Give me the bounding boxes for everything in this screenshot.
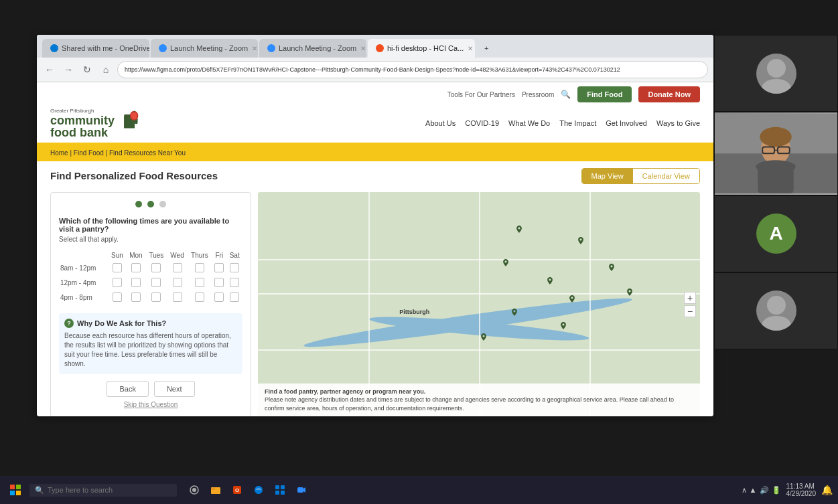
zoom-out-button[interactable]: − <box>684 305 696 317</box>
address-bar[interactable]: https://www.figma.com/proto/D6fl5X7EFr97… <box>117 61 708 78</box>
col-mon: Mon <box>126 250 145 261</box>
notification-icon[interactable]: 🔔 <box>821 485 833 495</box>
tab-close-icon[interactable]: ✕ <box>468 45 473 52</box>
map-description-text: Please note agency distribution dates an… <box>265 396 674 412</box>
checkbox-afternoon-wed[interactable] <box>173 278 182 287</box>
map-pin-4[interactable] <box>545 277 555 286</box>
checkbox-evening-fri[interactable] <box>214 292 224 302</box>
checkbox-morning-thurs[interactable] <box>195 263 204 272</box>
network-icon[interactable]: ▲ <box>750 486 757 495</box>
windows-store-icon[interactable] <box>271 481 289 499</box>
map-pin-9[interactable] <box>559 322 568 331</box>
tab-close-icon[interactable]: ✕ <box>252 45 257 52</box>
checkbox-evening-mon[interactable] <box>131 292 141 302</box>
time-display: 11:13 AM <box>786 483 817 490</box>
map-pin-8[interactable] <box>479 333 488 343</box>
nav-get-involved[interactable]: Get Involved <box>606 119 647 127</box>
new-tab-button[interactable]: + <box>476 39 495 58</box>
checkbox-morning-fri[interactable] <box>214 263 224 272</box>
next-button[interactable]: Next <box>154 381 195 397</box>
sound-icon[interactable]: 🔊 <box>760 486 769 495</box>
road-v3 <box>589 192 591 416</box>
skip-link[interactable]: Skip this Question <box>59 401 242 408</box>
map-pin-10[interactable] <box>625 288 634 298</box>
battery-icon[interactable]: 🔋 <box>772 486 781 495</box>
site-header: Tools For Our Partners Pressroom 🔍 Find … <box>37 82 713 143</box>
find-food-button[interactable]: Find Food <box>577 86 632 102</box>
tools-link[interactable]: Tools For Our Partners <box>447 91 515 98</box>
search-icon[interactable]: 🔍 <box>561 90 571 99</box>
svg-rect-33 <box>297 487 303 493</box>
svg-point-24 <box>192 488 196 492</box>
map-pin-3[interactable] <box>607 264 616 273</box>
checkbox-morning-mon[interactable] <box>131 263 141 272</box>
checkbox-evening-thurs[interactable] <box>195 292 204 302</box>
zoom-taskbar-icon[interactable] <box>292 481 311 499</box>
checkbox-afternoon-fri[interactable] <box>214 278 224 287</box>
search-input[interactable] <box>48 486 171 494</box>
home-button[interactable]: ⌂ <box>98 62 113 77</box>
donate-button[interactable]: Donate Now <box>638 86 700 102</box>
nav-covid[interactable]: COVID-19 <box>465 119 499 127</box>
map-pin-6[interactable] <box>567 295 577 305</box>
task-view-icon[interactable] <box>185 481 204 499</box>
svg-rect-30 <box>281 485 285 489</box>
map-view-button[interactable]: Map View <box>582 169 633 183</box>
col-sun: Sun <box>108 250 126 261</box>
checkbox-morning-wed[interactable] <box>173 263 182 272</box>
refresh-button[interactable]: ↻ <box>80 62 94 77</box>
nav-about[interactable]: About Us <box>425 119 456 127</box>
checkbox-afternoon-sun[interactable] <box>113 278 122 287</box>
logo[interactable]: Greater Pittsburgh community food bank <box>50 108 141 139</box>
checkbox-afternoon-sat[interactable] <box>230 278 239 287</box>
zoom-in-button[interactable]: + <box>684 292 696 304</box>
start-button[interactable] <box>5 480 25 500</box>
pressroom-link[interactable]: Pressroom <box>522 91 554 98</box>
nav-what-we-do[interactable]: What We Do <box>508 119 550 127</box>
office-icon[interactable]: O <box>228 481 247 499</box>
info-title: Why Do We Ask for This? <box>77 319 166 327</box>
nav-impact[interactable]: The Impact <box>559 119 596 127</box>
checkbox-evening-tues[interactable] <box>151 292 161 302</box>
back-button[interactable]: ← <box>42 62 57 77</box>
clock: 11:13 AM 4/29/2020 <box>786 483 817 497</box>
step-2 <box>147 201 154 207</box>
tab-zoom-1[interactable]: Launch Meeting - Zoom ✕ <box>151 39 258 58</box>
participant-4 <box>714 272 838 349</box>
browser-tabs: Shared with me - OneDrive ✕ Launch Meeti… <box>37 35 713 58</box>
col-sat: Sat <box>226 250 242 261</box>
svg-rect-26 <box>211 488 215 490</box>
edge-icon[interactable] <box>249 481 268 499</box>
map-pin-1[interactable] <box>514 226 524 235</box>
tab-zoom-2[interactable]: Launch Meeting - Zoom ✕ <box>259 39 366 58</box>
file-explorer-icon[interactable] <box>206 481 225 499</box>
map-pin-2[interactable] <box>576 237 585 246</box>
checkbox-afternoon-thurs[interactable] <box>195 278 204 287</box>
checkbox-afternoon-tues[interactable] <box>151 278 161 287</box>
logo-text: Greater Pittsburgh community food bank <box>50 108 115 139</box>
checkbox-morning-sat[interactable] <box>230 263 239 272</box>
browser-top-bar: Shared with me - OneDrive ✕ Launch Meeti… <box>37 35 713 82</box>
search-bar[interactable]: 🔍 <box>29 484 177 497</box>
step-1 <box>135 201 142 207</box>
checkbox-morning-tues[interactable] <box>151 263 161 272</box>
calendar-view-button[interactable]: Calendar View <box>633 169 699 183</box>
back-button[interactable]: Back <box>107 381 148 397</box>
checkbox-evening-sun[interactable] <box>113 292 122 302</box>
nav-ways-to-give[interactable]: Ways to Give <box>656 119 700 127</box>
tab-close-icon[interactable]: ✕ <box>360 45 366 52</box>
checkbox-afternoon-mon[interactable] <box>131 278 141 287</box>
up-arrow-icon[interactable]: ∧ <box>742 486 747 495</box>
checkbox-morning-sun[interactable] <box>113 263 122 272</box>
tab-onedrive[interactable]: Shared with me - OneDrive ✕ <box>42 39 149 58</box>
checkbox-evening-wed[interactable] <box>173 292 182 302</box>
tab-figma-active[interactable]: hi-fi desktop - HCI Ca... ✕ <box>368 39 475 58</box>
map-pin-7[interactable] <box>510 309 519 318</box>
participant-a: A <box>714 195 838 272</box>
main-navigation: About Us COVID-19 What We Do The Impact … <box>425 119 700 127</box>
taskbar: 🔍 O ∧ ▲ 🔊 🔋 11:13 AM 4/29/ <box>0 476 838 504</box>
map-pin-5[interactable] <box>501 259 510 268</box>
checkbox-evening-sat[interactable] <box>230 292 239 302</box>
map-panel: Pittsburgh <box>258 192 700 416</box>
forward-button[interactable]: → <box>61 62 76 77</box>
